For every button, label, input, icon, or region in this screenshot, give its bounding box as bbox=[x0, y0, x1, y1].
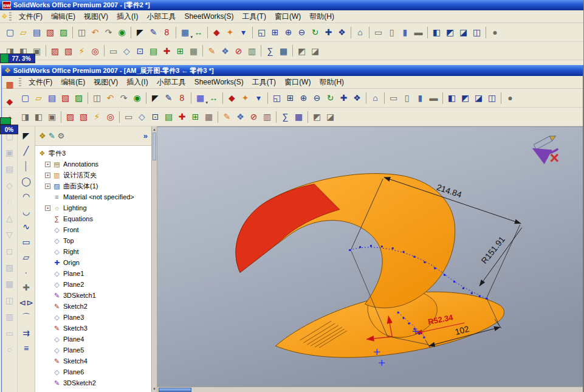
axis-tool-icon[interactable]: ✚ bbox=[20, 281, 33, 294]
grid-tool-icon[interactable]: ⊞ bbox=[174, 44, 187, 57]
wireframe-icon[interactable]: ▭ bbox=[372, 26, 385, 39]
surface-knit-icon[interactable]: ◻ bbox=[3, 245, 16, 257]
new-document-icon[interactable]: ▢ bbox=[19, 92, 32, 105]
redo-icon[interactable]: ↷ bbox=[117, 92, 130, 105]
rotate-view-icon[interactable]: ↻ bbox=[309, 26, 321, 39]
zoom-selection-icon[interactable]: ⊖ bbox=[311, 92, 323, 105]
tree-expand-toggle[interactable]: + bbox=[45, 184, 50, 189]
annotation-note-icon[interactable]: ◧ bbox=[32, 111, 45, 123]
weldment-red-icon[interactable]: ▨ bbox=[64, 111, 77, 123]
toolbar-grip[interactable] bbox=[19, 78, 21, 86]
print-icon[interactable]: ◫ bbox=[91, 92, 103, 105]
make-drawing-icon[interactable]: ▧ bbox=[44, 26, 57, 39]
grid-tool-icon[interactable]: ⊞ bbox=[189, 111, 202, 123]
arc-tool-icon[interactable]: ◠ bbox=[20, 190, 33, 202]
sketch-icon[interactable]: ✎ bbox=[162, 92, 175, 105]
rotate-view-icon[interactable]: ↻ bbox=[324, 92, 337, 105]
propertymanager-tab-icon[interactable]: ✎ bbox=[49, 131, 55, 140]
scrollbar-thumb[interactable] bbox=[153, 132, 156, 160]
outer-window-titlebar[interactable]: sw SolidWorks Office Premium 2007 - [零件2… bbox=[0, 0, 583, 10]
mirror-entities-tool-icon[interactable]: ⊲⊳ bbox=[20, 297, 33, 309]
tree-item[interactable]: +▤Annotations bbox=[35, 159, 151, 170]
surface-untrim-icon[interactable]: ▥ bbox=[3, 311, 16, 323]
tree-vertical-scrollbar[interactable]: ▴ ▾ bbox=[152, 126, 157, 392]
circle-tool-icon[interactable]: ◯ bbox=[20, 175, 33, 187]
surface-revolve-icon[interactable]: ▣ bbox=[3, 146, 16, 159]
equations-tool-icon[interactable]: ∑ bbox=[264, 44, 277, 57]
detailing-icon[interactable]: ◨ bbox=[19, 111, 32, 123]
pencil-tool-icon[interactable]: ✎ bbox=[221, 111, 233, 123]
tree-item[interactable]: +◇Front bbox=[35, 224, 151, 235]
menu-view[interactable]: 视图(V) bbox=[80, 10, 112, 23]
undo-icon[interactable]: ↶ bbox=[89, 26, 101, 39]
shadows-icon[interactable]: ▬ bbox=[412, 26, 425, 39]
tree-expand-toggle[interactable]: + bbox=[45, 173, 50, 178]
addin-grid-icon[interactable]: ▦ bbox=[4, 78, 16, 91]
pencil-tool-icon[interactable]: ✎ bbox=[205, 44, 218, 57]
tree-item[interactable]: +✎Sketch4 bbox=[35, 356, 151, 366]
3d-drag-icon[interactable]: ❖ bbox=[351, 92, 363, 105]
addin-diamond-icon[interactable]: ◆ bbox=[4, 95, 16, 108]
layers-tool-icon[interactable]: ▥ bbox=[246, 44, 258, 57]
convert-entities-tool-icon[interactable]: ⇉ bbox=[20, 327, 33, 339]
menu-insert[interactable]: 插入(I) bbox=[112, 10, 142, 23]
point-tool-icon[interactable]: ⊡ bbox=[149, 111, 162, 123]
view-iso-icon[interactable]: ◪ bbox=[472, 92, 485, 105]
select-arrow-icon[interactable]: ◤ bbox=[20, 129, 33, 142]
grid-icon[interactable]: ▦▾ bbox=[194, 92, 207, 105]
inner-window-titlebar[interactable]: ❖ SolidWorks Office Premium 2007 - [AM_展… bbox=[2, 65, 583, 76]
surface-mid-icon[interactable]: ▭ bbox=[3, 327, 16, 339]
zoom-area-icon[interactable]: ⊞ bbox=[269, 26, 281, 39]
tree-item[interactable]: +∑Equations bbox=[35, 213, 151, 224]
lightning-tool-icon[interactable]: ⚡ bbox=[91, 111, 103, 123]
feature-diamond-icon[interactable]: ◆ bbox=[225, 92, 238, 105]
hatch-red-icon[interactable]: ▧ bbox=[62, 44, 75, 57]
tree-item[interactable]: +✎Sketch2 bbox=[35, 301, 151, 312]
open-document-icon[interactable]: ▱ bbox=[32, 92, 45, 105]
view-drop-icon[interactable]: ▾ bbox=[237, 26, 250, 39]
tree-item[interactable]: +◇Top bbox=[35, 235, 151, 246]
camera-a-icon[interactable]: ◩ bbox=[311, 111, 323, 123]
menu-sheetworks[interactable]: SheetWorks(S) bbox=[190, 77, 248, 88]
pan-icon[interactable]: ✚ bbox=[322, 26, 335, 39]
tree-item[interactable]: +◇Plane2 bbox=[35, 279, 151, 290]
menu-file[interactable]: 文件(F) bbox=[15, 10, 47, 23]
view-top-icon[interactable]: ◩ bbox=[444, 26, 456, 39]
tree-item[interactable]: +◇Plane4 bbox=[35, 334, 151, 345]
menu-addin-tools[interactable]: 小部工具 bbox=[153, 76, 190, 89]
menu-sheetworks[interactable]: SheetWorks(S) bbox=[180, 11, 238, 22]
surface-delete-icon[interactable]: ○ bbox=[3, 343, 16, 356]
dimension-icon[interactable]: ↔ bbox=[192, 26, 205, 39]
scroll-up-arrow-icon[interactable]: ▴ bbox=[152, 127, 157, 132]
tree-item[interactable]: +◇Plane3 bbox=[35, 312, 151, 323]
surface-radiate-icon[interactable]: ▽ bbox=[3, 229, 16, 241]
make-drawing-icon[interactable]: ▧ bbox=[59, 92, 72, 105]
view-front-icon[interactable]: ◧ bbox=[445, 92, 458, 105]
wireframe-icon[interactable]: ▭ bbox=[387, 92, 400, 105]
toolbar-options-icon[interactable]: ● bbox=[504, 92, 517, 105]
navigate-tool-icon[interactable]: ❖ bbox=[234, 111, 247, 123]
pan-icon[interactable]: ✚ bbox=[337, 92, 350, 105]
zoom-selection-icon[interactable]: ⊖ bbox=[295, 26, 308, 39]
cancel-x-icon[interactable]: × bbox=[549, 149, 559, 167]
menu-tools[interactable]: 工具(T) bbox=[238, 10, 270, 23]
make-assembly-icon[interactable]: ▨ bbox=[72, 92, 85, 105]
hidden-lines-visible-icon[interactable]: ▯ bbox=[400, 92, 413, 105]
tree-item[interactable]: +◇Plane6 bbox=[35, 366, 151, 377]
new-document-icon[interactable]: ▢ bbox=[4, 26, 16, 39]
tree-item[interactable]: +✚Orign bbox=[35, 257, 151, 268]
zoom-fit-icon[interactable]: ◱ bbox=[270, 92, 283, 105]
scrollbar-thumb[interactable] bbox=[159, 388, 191, 392]
view-iso-icon[interactable]: ◪ bbox=[457, 26, 470, 39]
menu-tools[interactable]: 工具(T) bbox=[248, 76, 280, 89]
camera-b-icon[interactable]: ◪ bbox=[309, 44, 321, 57]
rectangle-tool-icon[interactable]: ▭ bbox=[122, 111, 135, 123]
parallelogram-tool-icon[interactable]: ▱ bbox=[20, 251, 33, 263]
view-top-icon[interactable]: ◩ bbox=[459, 92, 472, 105]
zoom-fit-icon[interactable]: ◱ bbox=[255, 26, 268, 39]
spline-tool-icon[interactable]: ∿ bbox=[20, 221, 33, 233]
open-document-icon[interactable]: ▱ bbox=[17, 26, 30, 39]
sketch-icon[interactable]: ✎ bbox=[147, 26, 160, 39]
cross-tool-icon[interactable]: ✚ bbox=[176, 111, 188, 123]
layers-tool-icon[interactable]: ▥ bbox=[261, 111, 273, 123]
